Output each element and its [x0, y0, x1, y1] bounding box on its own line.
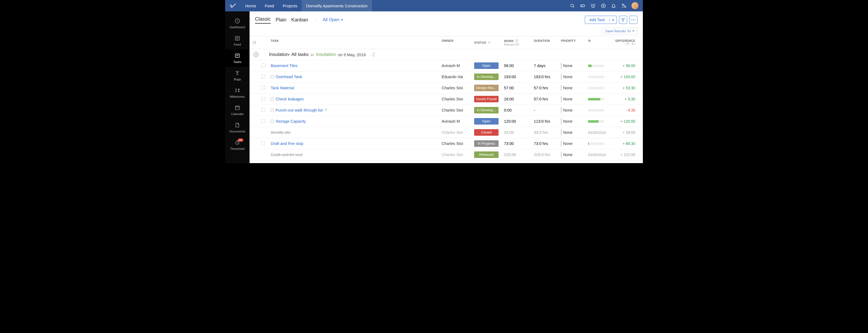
avatar[interactable] [631, 2, 639, 9]
task-row: Caulk and Air sealCharles StoiReleased22… [250, 149, 643, 160]
priority[interactable]: None [561, 74, 584, 80]
search-icon[interactable] [569, 3, 575, 8]
add-task-caret[interactable] [609, 19, 617, 22]
sidebar-item-calendar[interactable]: Calendar [225, 101, 250, 119]
task-list: Basement TilesAvinash MOpen56:007 daysNo… [250, 60, 643, 160]
difference: + 193:00 [613, 72, 643, 81]
sidebar-item-timesheet[interactable]: Timesheet11 [225, 136, 250, 154]
filter-button[interactable] [619, 16, 627, 24]
status-badge[interactable]: Issues Found [474, 96, 499, 102]
col-diff[interactable]: DIFFERENCE ( P - A ) [613, 36, 643, 49]
status-badge[interactable]: In Progress [474, 140, 499, 147]
priority[interactable]: None [561, 107, 584, 113]
view-tab-plain[interactable]: Plain [276, 17, 286, 23]
gear-icon[interactable] [488, 41, 491, 44]
status-badge[interactable]: Design Res... [474, 85, 499, 91]
row-checkbox[interactable] [261, 108, 265, 112]
save-results-button[interactable]: Save Results To [602, 28, 638, 34]
nav-projects[interactable]: Projects [278, 0, 302, 11]
expand-icon[interactable]: − [271, 120, 274, 123]
pct [586, 139, 613, 148]
col-task[interactable]: TASK [269, 36, 439, 49]
priority[interactable]: None [561, 63, 584, 69]
task-name[interactable]: Tank Material [271, 86, 294, 90]
priority[interactable]: None [561, 129, 584, 135]
status-badge[interactable]: Open [474, 118, 499, 125]
row-checkbox[interactable] [261, 63, 265, 67]
sidebar-item-documents[interactable]: Documents [225, 119, 250, 136]
expand-icon[interactable]: − [271, 109, 274, 112]
task-name[interactable]: Caulk and Air seal [271, 153, 303, 157]
view-tab-kanban[interactable]: Kanban [291, 17, 308, 23]
group-link[interactable]: Insulation [316, 52, 336, 57]
sort-icon[interactable]: ↓AZ [371, 52, 375, 57]
table-header: TASK OWNER STATUS WORK? Planned (P) DURA… [250, 36, 643, 49]
app-logo[interactable] [225, 2, 241, 9]
sidebar-item-feed[interactable]: Feed [225, 32, 250, 50]
tasks-icon [235, 53, 240, 59]
help-icon[interactable]: ? [515, 39, 518, 42]
expand-icon[interactable]: − [271, 75, 274, 79]
work: 225:00 [502, 150, 532, 159]
status-badge[interactable]: Open [474, 62, 499, 69]
task-name[interactable]: Punch-out walk through list [276, 108, 323, 112]
row-checkbox[interactable] [261, 86, 265, 90]
task-name[interactable]: Check leakages [276, 97, 304, 101]
alarm-icon[interactable] [590, 3, 596, 8]
chevron-down-icon [632, 30, 634, 32]
col-owner[interactable]: OWNER [439, 36, 472, 49]
row-checkbox[interactable] [261, 97, 265, 101]
nav-home[interactable]: Home [241, 0, 260, 11]
sidebar-item-bugs[interactable]: Bugs [225, 67, 250, 84]
nav-feed[interactable]: Feed [260, 0, 278, 11]
sidebar-item-tasks[interactable]: Tasks [225, 50, 250, 67]
svg-rect-1 [581, 5, 585, 7]
col-status[interactable]: STATUS [472, 36, 502, 49]
view-filter[interactable]: All Open [323, 18, 343, 22]
priority[interactable]: None [561, 118, 584, 124]
row-checkbox[interactable] [261, 142, 265, 145]
task-name[interactable]: Storage Capacity [276, 119, 306, 123]
task-row: Tank MaterialCharles StoiDesign Res...57… [250, 83, 643, 94]
tools-icon[interactable] [621, 3, 627, 8]
status-badge[interactable]: In Develop... [474, 73, 499, 80]
col-duration[interactable]: DURATION [532, 36, 559, 49]
documents-icon [235, 122, 240, 128]
more-button[interactable] [629, 16, 638, 24]
priority[interactable]: None [561, 96, 584, 102]
nav-project[interactable]: Donnelly Apartments Construction [302, 0, 372, 11]
task-name[interactable]: Overhead Tank [276, 74, 302, 79]
owner: Avinash M [439, 61, 472, 70]
add-task-label: Add Task [585, 18, 609, 22]
gamepad-icon[interactable] [580, 3, 585, 8]
collapse-group-icon[interactable] [254, 52, 258, 57]
status-badge[interactable]: Closed [474, 129, 499, 136]
priority[interactable]: None [561, 85, 584, 91]
task-name[interactable]: Identify site [271, 130, 290, 134]
view-tab-classic[interactable]: Classic [255, 16, 271, 24]
task-name[interactable]: Draft and Fire stop [271, 142, 303, 146]
priority[interactable]: None [561, 141, 584, 147]
owner: Charles Stoi [439, 84, 472, 92]
col-pct[interactable]: % [586, 36, 613, 49]
expand-all-icon[interactable] [250, 36, 259, 49]
work: 56:00 [502, 61, 532, 70]
priority[interactable]: None [561, 152, 584, 158]
duration: 7 days [532, 61, 559, 70]
difference: + 66:30 [613, 139, 643, 148]
sidebar-item-dashboard[interactable]: Dashboard [225, 14, 250, 32]
status-badge[interactable]: In Develop... [474, 107, 499, 114]
add-task-button[interactable]: Add Task [585, 16, 617, 24]
row-checkbox[interactable] [261, 74, 265, 79]
plus-icon[interactable] [600, 3, 606, 8]
expand-icon[interactable]: − [271, 97, 274, 101]
group-header: Insulation- All tasks in Insulation on 9… [250, 49, 643, 60]
bell-icon[interactable] [611, 3, 616, 8]
row-checkbox[interactable] [261, 119, 265, 123]
sidebar-item-milestones[interactable]: Milestones [225, 84, 250, 101]
col-work[interactable]: WORK? Planned (P) [502, 36, 532, 49]
task-name[interactable]: Basement Tiles [271, 63, 298, 68]
status-badge[interactable]: Released [474, 151, 499, 158]
duration: 57:0 hrs [532, 84, 559, 92]
col-priority[interactable]: PRIORITY [559, 36, 586, 49]
